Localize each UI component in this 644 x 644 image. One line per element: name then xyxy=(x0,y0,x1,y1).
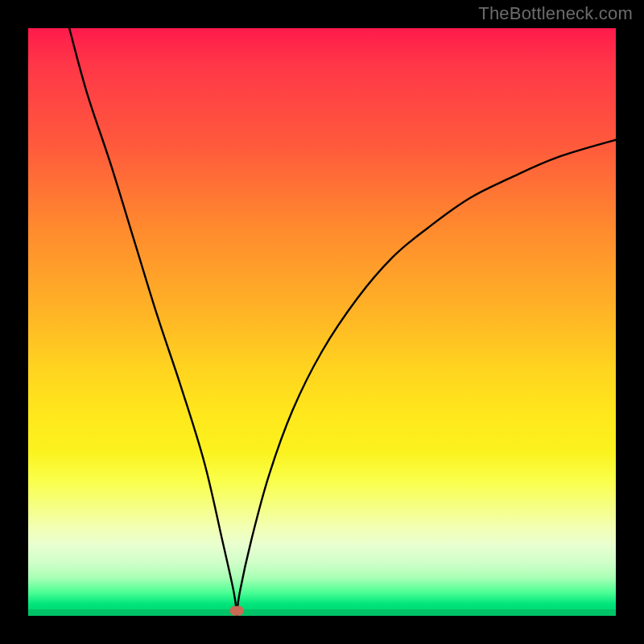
chart-svg xyxy=(28,28,616,616)
watermark-text: TheBottleneck.com xyxy=(478,3,633,24)
minimum-marker xyxy=(230,606,243,615)
bottleneck-curve xyxy=(69,28,616,616)
chart-frame: TheBottleneck.com xyxy=(0,0,644,644)
plot-area xyxy=(28,28,616,616)
